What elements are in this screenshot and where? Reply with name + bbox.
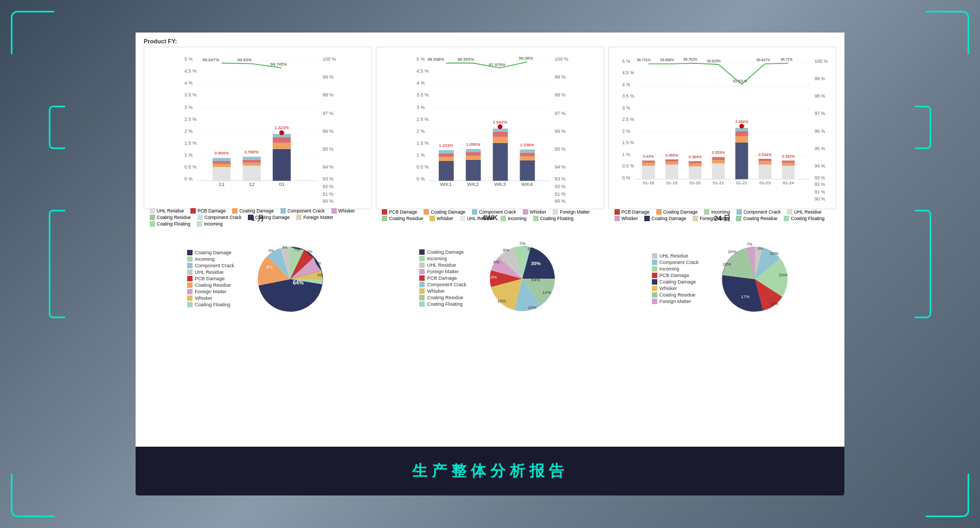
svg-text:98.745%: 98.745% (271, 62, 287, 67)
svg-text:5%: 5% (268, 249, 274, 253)
monthly-pie-chart: 64% 8% 5% 7% 3% 5% 3% 4% (252, 241, 328, 317)
svg-text:WK3: WK3 (495, 181, 507, 187)
svg-text:10%: 10% (722, 262, 731, 267)
svg-text:90 %: 90 % (555, 198, 566, 204)
svg-rect-163 (758, 161, 771, 164)
svg-text:1.323%: 1.323% (274, 125, 289, 130)
svg-rect-137 (642, 160, 655, 163)
svg-text:4.5 %: 4.5 % (622, 70, 634, 75)
svg-text:1.203%: 1.203% (439, 143, 453, 148)
svg-text:99 %: 99 % (555, 74, 566, 80)
svg-text:99 %: 99 % (323, 74, 334, 80)
svg-rect-140 (665, 165, 678, 179)
svg-text:WK1: WK1 (440, 181, 452, 187)
corner-bracket-tl (11, 11, 54, 54)
svg-rect-100 (520, 150, 535, 153)
svg-text:64%: 64% (293, 280, 304, 286)
svg-rect-150 (712, 164, 725, 179)
svg-text:10%: 10% (528, 305, 536, 310)
svg-text:3.5 %: 3.5 % (622, 93, 634, 99)
svg-text:94 %: 94 % (555, 164, 566, 170)
svg-text:95 %: 95 % (815, 146, 825, 151)
svg-text:99.08%: 99.08% (519, 56, 533, 61)
monthly-chart: 5 % 4.5 % 4 % 3.5 % 3 % 2.5 % 2 % 1.5 % … (144, 47, 371, 209)
svg-text:94 %: 94 % (815, 163, 825, 169)
svg-rect-151 (712, 160, 725, 163)
svg-text:0.43%: 0.43% (643, 154, 654, 158)
svg-text:99 %: 99 % (815, 76, 825, 81)
weekly-legend: PCB Damage Coating Damage Component Crac… (379, 209, 600, 221)
svg-text:97.979%: 97.979% (489, 62, 505, 67)
svg-text:99.63%: 99.63% (238, 57, 252, 62)
monthly-pie-legend: Coating Damage Incoming Component Crack … (187, 250, 252, 308)
svg-text:4 %: 4 % (417, 80, 425, 86)
svg-text:0.455%: 0.455% (665, 153, 678, 157)
svg-text:8%: 8% (266, 265, 273, 269)
svg-text:99.647%: 99.647% (202, 57, 219, 62)
daily-chart-svg: 5 % 4.5 % 4 % 3.5 % 3 % 2.5 % 2 % 1.5 % … (612, 50, 833, 206)
svg-text:0.392%: 0.392% (782, 154, 795, 158)
svg-text:100 %: 100 % (815, 59, 828, 64)
bottom-bar: 生产整体分析报告 (136, 447, 844, 495)
svg-rect-35 (242, 163, 260, 166)
svg-text:6%: 6% (528, 247, 533, 251)
daily-pie-section: 24 日 UHL Residue Component Crack Incomin… (609, 214, 836, 333)
svg-point-159 (739, 124, 744, 128)
svg-text:4 %: 4 % (184, 80, 193, 86)
svg-rect-136 (642, 163, 655, 165)
svg-text:2 %: 2 % (417, 128, 425, 134)
svg-text:98 %: 98 % (323, 92, 334, 98)
svg-rect-90 (493, 143, 508, 181)
side-bracket-right (915, 210, 931, 318)
svg-rect-42 (273, 137, 291, 143)
svg-text:90 %: 90 % (323, 198, 334, 204)
svg-rect-31 (213, 158, 230, 161)
main-panel: Product FY: 5 % 4.5 % 4 % 3.5 % 3 % 2.5 … (136, 33, 844, 495)
svg-text:4.5 %: 4.5 % (184, 68, 197, 74)
svg-text:2.5 %: 2.5 % (417, 117, 429, 122)
svg-text:1 %: 1 % (417, 152, 425, 158)
svg-text:1 %: 1 % (184, 152, 193, 158)
weekly-pie-section: 4WK Coating Damage Incoming UHL Residue … (376, 214, 604, 333)
svg-text:93 %: 93 % (555, 176, 566, 182)
svg-text:99.625%: 99.625% (707, 59, 721, 63)
svg-text:01-20: 01-20 (689, 181, 701, 185)
svg-text:01-21: 01-21 (713, 181, 724, 185)
svg-text:4.5 %: 4.5 % (417, 68, 429, 74)
svg-text:99.762%: 99.762% (683, 57, 697, 61)
svg-text:99.72%: 99.72% (780, 57, 792, 61)
svg-text:96 %: 96 % (323, 128, 334, 134)
svg-text:0.534%: 0.534% (758, 153, 771, 157)
svg-text:3%: 3% (307, 250, 312, 254)
svg-text:WK2: WK2 (467, 181, 479, 187)
monthly-pie-section: 1 月 Coating Damage Incoming Component Cr… (144, 214, 371, 333)
svg-text:0.5 %: 0.5 % (417, 164, 429, 170)
svg-text:8%: 8% (503, 248, 510, 253)
svg-text:97 %: 97 % (815, 111, 825, 116)
svg-text:9%: 9% (494, 260, 500, 265)
weekly-chart: 5 % 4.5 % 4 % 3.5 % 3 % 2.5 % 2 % 1.5 % … (376, 47, 604, 209)
svg-rect-141 (665, 162, 678, 164)
daily-legend: PCB Damage Coating Damage Incoming Compo… (612, 209, 833, 221)
svg-rect-85 (466, 156, 481, 160)
svg-text:01: 01 (279, 181, 285, 187)
monthly-chart-svg: 5 % 4.5 % 4 % 3.5 % 3 % 2.5 % 2 % 1.5 % … (147, 50, 368, 206)
svg-text:3.5 %: 3.5 % (417, 92, 429, 98)
svg-text:64%: 64% (531, 278, 540, 282)
svg-text:5 %: 5 % (184, 56, 193, 62)
svg-text:7%: 7% (293, 247, 300, 252)
svg-rect-152 (712, 157, 725, 160)
svg-rect-79 (439, 157, 454, 161)
svg-text:10%: 10% (770, 251, 778, 256)
svg-text:01-18: 01-18 (643, 181, 654, 185)
svg-text:20%: 20% (728, 249, 736, 254)
svg-text:91 %: 91 % (323, 191, 334, 197)
svg-text:01-23: 01-23 (759, 181, 771, 185)
svg-text:01-24: 01-24 (783, 181, 794, 185)
svg-rect-156 (735, 136, 748, 143)
svg-text:99.647%: 99.647% (756, 59, 770, 62)
svg-rect-135 (642, 166, 655, 179)
svg-text:7%: 7% (747, 242, 752, 246)
svg-rect-155 (735, 143, 748, 179)
svg-text:0.5 %: 0.5 % (184, 164, 197, 170)
